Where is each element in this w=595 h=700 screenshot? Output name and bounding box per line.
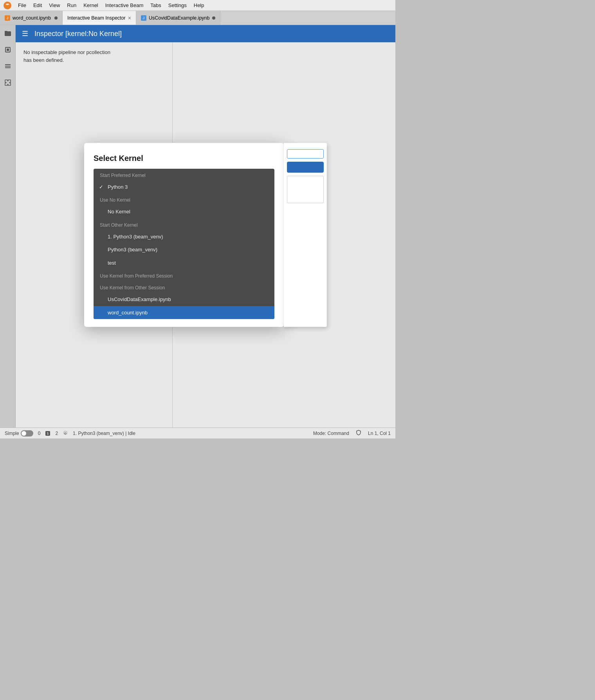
statusbar-mode-text: Mode: Command (313, 431, 349, 436)
kernel-option-python3[interactable]: Python 3 (94, 180, 274, 194)
menu-settings[interactable]: Settings (165, 2, 190, 9)
partial-textarea[interactable] (287, 176, 324, 203)
section-label-preferred-session: Use Kernel from Preferred Session (94, 269, 274, 281)
inspector-body: No inspectable pipeline nor pcollection … (16, 42, 395, 428)
statusbar-right: Mode: Command Ln 1, Col 1 (313, 429, 391, 437)
hamburger-icon[interactable]: ☰ (22, 29, 28, 38)
menu-file[interactable]: File (15, 2, 29, 9)
menu-run[interactable]: Run (64, 2, 79, 9)
kernel-option-test[interactable]: test (94, 256, 274, 270)
inspector-title: Inspector [kernel:No Kernel] (34, 30, 122, 38)
section-label-other-session: Use Kernel from Other Session (94, 281, 274, 293)
section-label-preferred: Start Preferred Kernel (94, 169, 274, 180)
menu-view[interactable]: View (46, 2, 63, 9)
dialog-title: Select Kernel (84, 152, 284, 169)
svg-point-0 (4, 2, 11, 9)
tab-dot-word-count (54, 16, 58, 20)
tab-beam-inspector[interactable]: Interactive Beam Inspector × (63, 11, 136, 25)
kernel-option-python3-beam1[interactable]: 1. Python3 (beam_venv) (94, 230, 274, 244)
tab-label-us-covid: UsCovidDataExample.ipynb (149, 15, 210, 21)
svg-rect-5 (5, 64, 11, 65)
section-label-other-kernel: Start Other Kernel (94, 218, 274, 230)
sidebar-icon-list[interactable] (3, 61, 13, 71)
kernel-option-us-covid-session[interactable]: UsCovidDataExample.ipynb (94, 293, 274, 306)
tabbar: J word_count.ipynb Interactive Beam Insp… (0, 11, 395, 25)
menu-interactive-beam[interactable]: Interactive Beam (102, 2, 147, 9)
select-kernel-dialog: Select Kernel Start Preferred Kernel Pyt… (84, 143, 284, 327)
sidebar-icon-stop[interactable] (3, 45, 13, 55)
kernel-option-no-kernel[interactable]: No Kernel (94, 205, 274, 218)
svg-text:$: $ (47, 432, 49, 435)
sidebar-icon-puzzle[interactable] (3, 78, 13, 88)
tab-close-beam-inspector[interactable]: × (128, 15, 131, 21)
partial-dialog (284, 143, 327, 327)
svg-rect-6 (5, 66, 11, 67)
sidebar (0, 25, 16, 428)
statusbar-count1: 0 (38, 431, 41, 436)
menu-tabs[interactable]: Tabs (147, 2, 164, 9)
statusbar: Simple 0 $ 2 1. Python3 (beam_venv) | Id… (0, 428, 395, 438)
app-logo (3, 1, 12, 10)
svg-rect-7 (5, 67, 11, 68)
statusbar-count2: 2 (55, 431, 58, 436)
inspector-header: ☰ Inspector [kernel:No Kernel] (16, 25, 395, 42)
tab-label-word-count: word_count.ipynb (13, 15, 51, 21)
menu-kernel[interactable]: Kernel (80, 2, 101, 9)
menubar: File Edit View Run Kernel Interactive Be… (0, 0, 395, 11)
statusbar-simple-mode: Simple (5, 430, 33, 437)
sidebar-icon-folder[interactable] (3, 28, 13, 38)
tab-icon-us-covid: J (141, 15, 146, 21)
statusbar-position: Ln 1, Col 1 (368, 431, 391, 436)
tab-word-count[interactable]: J word_count.ipynb (0, 11, 63, 25)
section-label-no-kernel: Use No Kernel (94, 193, 274, 205)
statusbar-simple-label: Simple (5, 431, 19, 436)
menu-edit[interactable]: Edit (30, 2, 45, 9)
tab-dot-us-covid (212, 16, 215, 20)
modal-overlay: Select Kernel Start Preferred Kernel Pyt… (16, 42, 395, 428)
statusbar-gear-icon[interactable] (63, 431, 68, 436)
kernel-dropdown: Start Preferred Kernel Python 3 Use No K… (94, 169, 274, 319)
tab-icon-word-count: J (5, 15, 10, 21)
partial-button[interactable] (287, 162, 324, 173)
tab-label-beam-inspector: Interactive Beam Inspector (67, 15, 126, 21)
statusbar-kernel-info: 1. Python3 (beam_venv) | Idle (73, 431, 135, 436)
tab-us-covid[interactable]: J UsCovidDataExample.ipynb (136, 11, 220, 25)
partial-input[interactable] (287, 149, 324, 159)
statusbar-toggle[interactable] (21, 430, 33, 437)
statusbar-shield-icon (355, 429, 362, 437)
svg-rect-2 (5, 31, 7, 32)
kernel-option-word-count-session[interactable]: word_count.ipynb (94, 306, 274, 319)
svg-rect-4 (7, 49, 9, 51)
main-content: ☰ Inspector [kernel:No Kernel] No inspec… (16, 25, 395, 428)
dialog-container: Select Kernel Start Preferred Kernel Pyt… (84, 143, 327, 327)
kernel-option-python3-beam2[interactable]: Python3 (beam_venv) (94, 243, 274, 256)
statusbar-dollar-icon: $ (45, 431, 50, 436)
app-body: ☰ Inspector [kernel:No Kernel] No inspec… (0, 25, 395, 428)
menu-help[interactable]: Help (191, 2, 207, 9)
